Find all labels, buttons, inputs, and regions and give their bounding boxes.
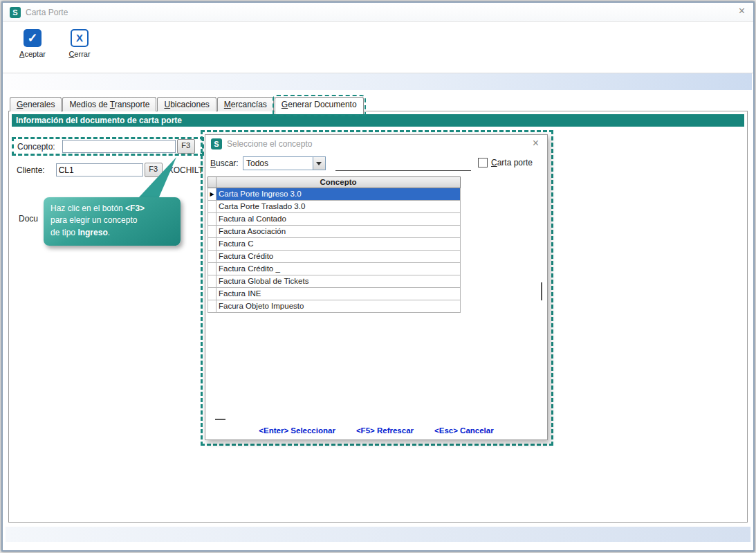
tab-generales[interactable]: Generales (10, 97, 62, 111)
row-selector (208, 288, 216, 300)
tab-mercancias[interactable]: Mercancías (217, 97, 274, 111)
row-selector (208, 300, 216, 312)
dialog-logo-icon: S (211, 138, 222, 149)
concepto-f3-button[interactable]: F3 (177, 139, 195, 154)
concept-picker-dialog: S Seleccione el concepto × Buscar: Todos… (205, 134, 548, 440)
cliente-input[interactable] (56, 163, 143, 176)
app-window: S Carta Porte × ✓ Aceptar X Cerrar Gener… (1, 1, 755, 552)
buscar-label: Buscar: (210, 158, 239, 168)
window-titlebar: S Carta Porte × (3, 3, 753, 22)
tab-strip: Generales Medios de Transporte Ubicacion… (10, 97, 365, 111)
row-selector (208, 238, 216, 250)
search-input[interactable] (335, 156, 471, 171)
concepto-label: Concepto: (17, 142, 55, 152)
accept-button[interactable]: ✓ Aceptar (12, 27, 53, 60)
row-selector (208, 251, 216, 262)
table-row[interactable]: Factura al Contado (208, 213, 461, 226)
horizontal-scrollbar-thumb[interactable] (215, 419, 225, 420)
window-close-icon[interactable]: × (739, 6, 745, 17)
dialog-close-icon[interactable]: × (533, 138, 539, 149)
table-row[interactable]: Factura Asociación (208, 226, 461, 238)
carta-porte-checkbox-label: Carta porte (491, 158, 533, 167)
f5-refresh-link[interactable]: <F5> Refrescar (356, 426, 414, 439)
concepto-input[interactable] (62, 140, 176, 153)
chevron-down-icon (316, 162, 322, 165)
cliente-row: Cliente: F3 XOCHILT CA (17, 163, 217, 177)
table-row[interactable]: ▶ Carta Porte Ingreso 3.0 (208, 188, 461, 201)
buscar-dropdown-value: Todos (246, 158, 268, 168)
vertical-scrollbar-thumb[interactable] (541, 282, 542, 300)
window-title: Carta Porte (26, 8, 68, 17)
main-toolbar: ✓ Aceptar X Cerrar (3, 22, 753, 73)
row-pointer-icon: ▶ (208, 188, 216, 200)
table-row[interactable]: Factura INE (208, 288, 461, 300)
row-selector (208, 226, 216, 237)
table-row[interactable]: Carta Porte Traslado 3.0 (208, 201, 461, 213)
buscar-dropdown[interactable]: Todos (243, 156, 326, 170)
table-row[interactable]: Factura Global de Tickets (208, 275, 461, 288)
accept-button-label: Aceptar (19, 50, 46, 58)
table-row[interactable]: Facura Objeto Impuesto (208, 300, 461, 313)
help-tooltip: Haz clic en el botón <F3> para elegir un… (44, 197, 181, 246)
table-row[interactable]: Factura C (208, 238, 461, 251)
dialog-title: Seleccione el concepto (227, 139, 312, 149)
dialog-titlebar: S Seleccione el concepto × (205, 135, 547, 153)
dropdown-button[interactable] (313, 157, 325, 170)
close-button-label: Cerrar (68, 50, 90, 58)
row-selector (208, 263, 216, 275)
section-header: Información del documento de carta porte (12, 114, 744, 127)
close-button[interactable]: X Cerrar (59, 27, 100, 60)
documento-label: Docu (19, 214, 38, 224)
enter-select-link[interactable]: <Enter> Seleccionar (259, 426, 335, 439)
row-selector (208, 275, 216, 287)
tab-medios-de-transporte[interactable]: Medios de Transporte (62, 97, 156, 111)
esc-cancel-link[interactable]: <Esc> Cancelar (434, 426, 494, 439)
table-row[interactable]: Factura Crédito (208, 251, 461, 263)
tooltip-tail (132, 156, 182, 200)
tab-generar-documento[interactable]: Generar Documento (275, 97, 364, 114)
cliente-label: Cliente: (17, 165, 45, 175)
app-logo-icon: S (10, 7, 21, 18)
grid-header: Concepto (208, 176, 461, 188)
concepto-column-header: Concepto (216, 177, 460, 188)
check-icon: ✓ (24, 29, 42, 47)
dialog-controls: Buscar: Todos Carta porte (205, 154, 547, 175)
bottom-strip (6, 527, 750, 542)
carta-porte-checkbox-group: Carta porte (478, 158, 533, 167)
x-icon: X (71, 29, 89, 47)
carta-porte-checkbox[interactable] (478, 158, 488, 167)
row-selector-header (208, 177, 216, 188)
table-row[interactable]: Factura Crédito _ (208, 263, 461, 275)
tab-ubicaciones[interactable]: Ubicaciones (157, 97, 216, 111)
row-selector (208, 201, 216, 212)
concepto-annotation-box: Concepto: F3 (12, 137, 204, 156)
caption-strip (4, 73, 752, 90)
concept-grid: Concepto ▶ Carta Porte Ingreso 3.0 Carta… (208, 176, 461, 313)
row-selector (208, 213, 216, 225)
dialog-footer: <Enter> Seleccionar <F5> Refrescar <Esc>… (205, 426, 547, 439)
